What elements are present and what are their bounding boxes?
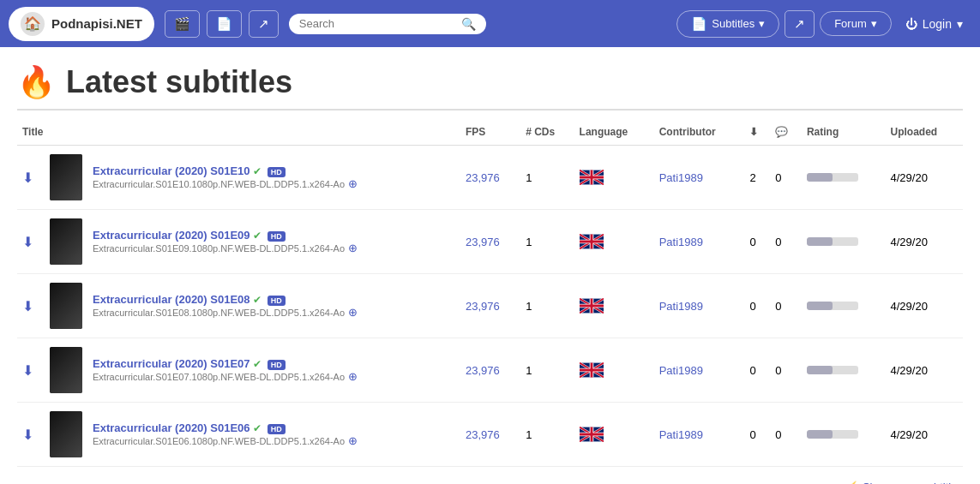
downloads-cell: 0 [744, 274, 770, 338]
subtitles-table-container: Title FPS # CDs Language Contributor ⬇ 💬… [17, 119, 963, 467]
thumbnail-cell [45, 403, 87, 467]
comments-cell: 0 [770, 274, 802, 338]
brand-logo[interactable]: 🏠 Podnapisi.NET [9, 7, 154, 41]
contributor-link[interactable]: Pati1989 [659, 364, 703, 377]
fps-cell: 23,976 [460, 403, 520, 467]
add-icon[interactable]: ⊕ [348, 306, 358, 319]
rating-cell [802, 403, 886, 467]
verified-icon: ✔ [253, 358, 262, 370]
downloads-cell: 0 [744, 338, 770, 403]
comments-cell: 0 [770, 338, 802, 403]
hd-badge: HD [268, 360, 286, 370]
add-icon[interactable]: ⊕ [348, 370, 358, 383]
login-button[interactable]: ⏻ Login ▾ [897, 12, 971, 36]
title-cell: Extracurricular (2020) S01E07 ✔ HD Extra… [87, 338, 460, 403]
rating-fill [807, 237, 833, 246]
title-cell: Extracurricular (2020) S01E08 ✔ HD Extra… [87, 274, 460, 338]
subtitles-button[interactable]: 📄 Subtitles ▾ [676, 10, 779, 38]
contributor-cell: Pati1989 [654, 274, 745, 338]
add-icon[interactable]: ⊕ [348, 434, 358, 447]
page-header: 🔥 Latest subtitles [17, 47, 963, 111]
contributor-link[interactable]: Pati1989 [659, 171, 703, 184]
title-link[interactable]: Extracurricular (2020) S01E06 [93, 421, 250, 434]
table-row: ⬇ Extracurricular (2020) S01E08 ✔ HD Ext… [17, 274, 963, 338]
rating-fill [807, 302, 833, 310]
rating-fill [807, 173, 833, 182]
title-cell: Extracurricular (2020) S01E09 ✔ HD Extra… [87, 210, 460, 274]
thumbnail [50, 154, 82, 200]
add-icon[interactable]: ⊕ [348, 177, 358, 190]
title-link[interactable]: Extracurricular (2020) S01E10 [93, 164, 250, 177]
contributor-link[interactable]: Pati1989 [659, 236, 703, 248]
share-nav-button[interactable]: ↗ [785, 10, 815, 38]
rating-bar [807, 173, 858, 182]
language-cell [574, 338, 654, 403]
search-input[interactable] [299, 17, 461, 30]
add-icon[interactable]: ⊕ [348, 242, 358, 254]
rating-bar [807, 430, 858, 439]
col-language: Language [574, 119, 654, 146]
title-link[interactable]: Extracurricular (2020) S01E07 [93, 357, 250, 370]
thumbnail [50, 283, 82, 329]
lightning-icon: ⚡ [845, 481, 859, 484]
verified-icon: ✔ [253, 422, 262, 434]
downloads-cell: 0 [744, 403, 770, 467]
contributor-link[interactable]: Pati1989 [659, 428, 703, 441]
language-cell [574, 146, 654, 210]
contributor-link[interactable]: Pati1989 [659, 300, 703, 313]
forum-label: Forum [834, 17, 867, 30]
download-cell: ⬇ [17, 403, 45, 467]
rating-cell [802, 338, 886, 403]
thumbnail-cell [45, 210, 87, 274]
col-uploaded: Uploaded [886, 119, 963, 146]
cds-cell: 1 [520, 210, 574, 274]
download-cell: ⬇ [17, 210, 45, 274]
table-header: Title FPS # CDs Language Contributor ⬇ 💬… [17, 119, 963, 146]
download-icon[interactable]: ⬇ [22, 363, 33, 378]
flame-icon: 🔥 [17, 64, 56, 100]
comments-cell: 0 [770, 146, 802, 210]
forum-button[interactable]: Forum ▾ [820, 11, 892, 36]
download-cell: ⬇ [17, 338, 45, 403]
title-link[interactable]: Extracurricular (2020) S01E09 [93, 229, 250, 242]
share-icon: ↗ [258, 16, 269, 32]
hd-badge: HD [268, 296, 286, 306]
film-button[interactable]: 🎬 [165, 10, 200, 38]
rating-bar [807, 366, 858, 374]
comments-cell: 0 [770, 210, 802, 274]
uploaded-cell: 4/29/20 [886, 338, 963, 403]
download-icon[interactable]: ⬇ [22, 235, 33, 249]
doc-icon: 📄 [216, 16, 232, 32]
col-downloads: ⬇ [744, 119, 770, 146]
title-cell: Extracurricular (2020) S01E10 ✔ HD Extra… [87, 146, 460, 210]
downloads-cell: 0 [744, 210, 770, 274]
download-icon[interactable]: ⬇ [22, 427, 33, 442]
doc-button[interactable]: 📄 [207, 10, 242, 38]
col-cds: # CDs [520, 119, 574, 146]
search-submit-button[interactable]: 🔍 [461, 17, 476, 31]
rating-bar [807, 302, 858, 310]
rating-cell [802, 210, 886, 274]
download-icon[interactable]: ⬇ [22, 299, 33, 314]
download-icon[interactable]: ⬇ [22, 170, 33, 185]
hd-badge: HD [268, 167, 286, 177]
table-row: ⬇ Extracurricular (2020) S01E09 ✔ HD Ext… [17, 210, 963, 274]
share-button[interactable]: ↗ [249, 10, 279, 38]
subtitle-filename: Extracurricular.S01E09.1080p.NF.WEB-DL.D… [93, 243, 345, 254]
contributor-cell: Pati1989 [654, 146, 745, 210]
power-icon: ⏻ [905, 17, 917, 31]
rating-bar [807, 237, 858, 246]
show-more-link[interactable]: ⚡ Show more subtitles [845, 481, 963, 484]
uploaded-cell: 4/29/20 [886, 403, 963, 467]
table-body: ⬇ Extracurricular (2020) S01E10 ✔ HD Ext… [17, 146, 963, 467]
search-bar: 🔍 [289, 14, 486, 34]
col-title: Title [17, 119, 460, 146]
contributor-cell: Pati1989 [654, 403, 745, 467]
rating-cell [802, 146, 886, 210]
page-title: Latest subtitles [66, 64, 292, 100]
language-cell [574, 274, 654, 338]
title-link[interactable]: Extracurricular (2020) S01E08 [93, 293, 250, 306]
table-row: ⬇ Extracurricular (2020) S01E06 ✔ HD Ext… [17, 403, 963, 467]
cds-cell: 1 [520, 274, 574, 338]
login-chevron-icon: ▾ [957, 17, 963, 31]
